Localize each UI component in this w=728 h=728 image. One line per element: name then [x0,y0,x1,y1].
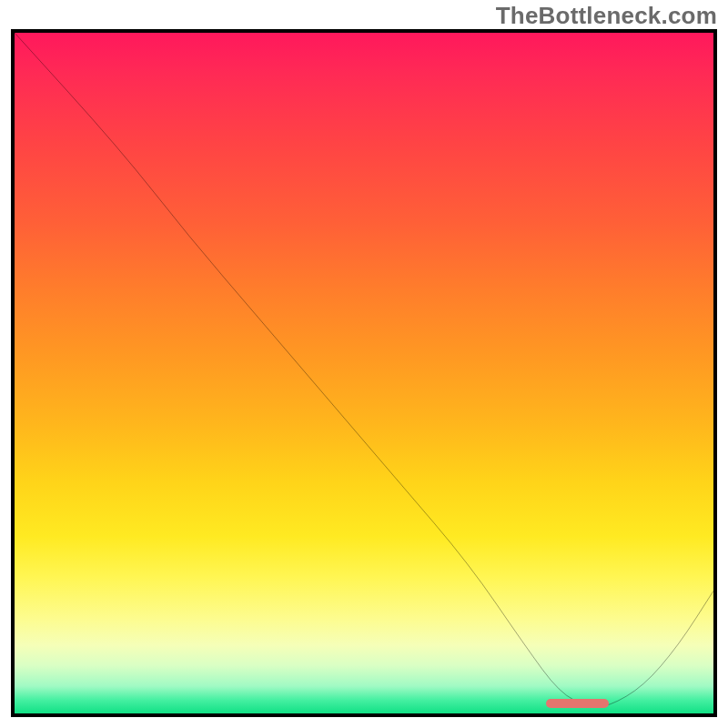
chart-container: TheBottleneck.com [0,0,728,728]
optimal-range-marker [546,699,609,708]
watermark-label: TheBottleneck.com [496,2,717,30]
plot-area [11,29,717,717]
bottleneck-curve [15,33,713,713]
